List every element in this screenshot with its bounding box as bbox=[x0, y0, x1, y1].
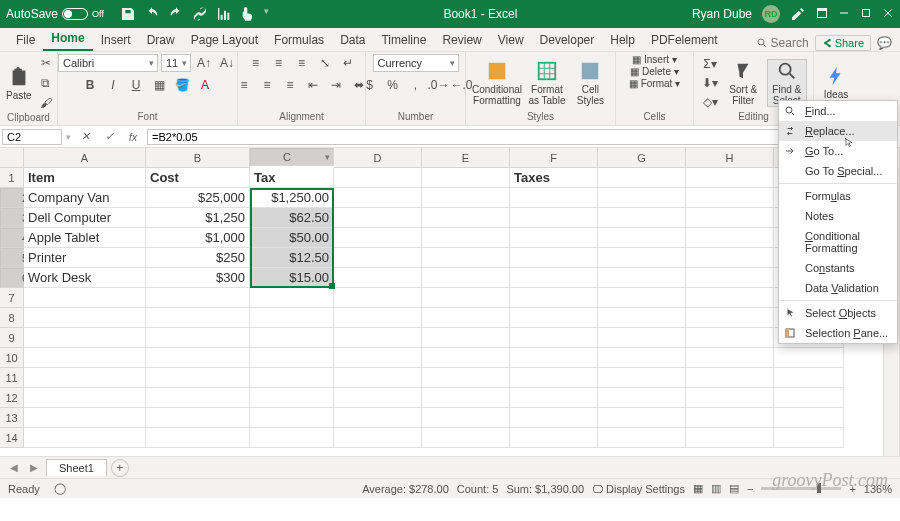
cell[interactable] bbox=[24, 308, 146, 328]
cell[interactable] bbox=[598, 408, 686, 428]
cell[interactable] bbox=[686, 368, 774, 388]
row-head[interactable]: 12 bbox=[0, 388, 24, 408]
cell[interactable] bbox=[250, 328, 334, 348]
cell[interactable] bbox=[334, 188, 422, 208]
orientation-icon[interactable]: ⤡ bbox=[315, 54, 335, 72]
cell[interactable] bbox=[422, 188, 510, 208]
cell[interactable] bbox=[334, 388, 422, 408]
conditional-formatting-button[interactable]: Conditional Formatting bbox=[472, 60, 522, 106]
cell[interactable] bbox=[334, 308, 422, 328]
cell[interactable] bbox=[422, 348, 510, 368]
indent-dec-icon[interactable]: ⇤ bbox=[303, 76, 323, 94]
border-icon[interactable]: ▦ bbox=[149, 76, 169, 94]
cell[interactable] bbox=[250, 428, 334, 448]
row-head[interactable]: 7 bbox=[0, 288, 24, 308]
col-head-b[interactable]: B bbox=[146, 148, 250, 168]
cell[interactable] bbox=[598, 328, 686, 348]
decrease-font-icon[interactable]: A↓ bbox=[217, 54, 237, 72]
cut-icon[interactable]: ✂ bbox=[36, 54, 56, 72]
menu-notes[interactable]: Notes bbox=[779, 206, 897, 226]
number-format-select[interactable]: Currency bbox=[373, 54, 459, 72]
cell[interactable] bbox=[24, 348, 146, 368]
menu-review[interactable]: Review bbox=[434, 29, 489, 51]
cell[interactable] bbox=[598, 228, 686, 248]
row-head[interactable]: 9 bbox=[0, 328, 24, 348]
ideas-button[interactable]: Ideas bbox=[820, 65, 852, 100]
menu-goto[interactable]: Go To... bbox=[779, 141, 897, 161]
col-head-d[interactable]: D bbox=[334, 148, 422, 168]
cell[interactable] bbox=[146, 328, 250, 348]
minimize-icon[interactable] bbox=[838, 7, 850, 22]
zoom-in-icon[interactable]: + bbox=[849, 483, 855, 495]
clear-icon[interactable]: ◇▾ bbox=[700, 93, 720, 111]
share-button[interactable]: Share bbox=[815, 35, 871, 51]
col-head-c[interactable]: C bbox=[250, 148, 334, 166]
cell[interactable] bbox=[686, 308, 774, 328]
menu-formulas[interactable]: Formulas bbox=[779, 186, 897, 206]
display-settings-button[interactable]: 🖵 Display Settings bbox=[592, 483, 685, 495]
cell[interactable] bbox=[422, 248, 510, 268]
cell[interactable] bbox=[774, 348, 844, 368]
redo-icon[interactable] bbox=[168, 6, 184, 22]
cell[interactable] bbox=[146, 288, 250, 308]
cell[interactable] bbox=[422, 408, 510, 428]
cell[interactable] bbox=[422, 208, 510, 228]
cell[interactable] bbox=[250, 308, 334, 328]
menu-goto-special[interactable]: Go To Special... bbox=[779, 161, 897, 181]
menu-insert[interactable]: Insert bbox=[93, 29, 139, 51]
menu-selection-pane[interactable]: Selection Pane... bbox=[779, 323, 897, 343]
menu-timeline[interactable]: Timeline bbox=[373, 29, 434, 51]
indent-inc-icon[interactable]: ⇥ bbox=[326, 76, 346, 94]
increase-font-icon[interactable]: A↑ bbox=[194, 54, 214, 72]
cell[interactable] bbox=[598, 308, 686, 328]
cell[interactable] bbox=[510, 208, 598, 228]
underline-button[interactable]: U bbox=[126, 76, 146, 94]
cell[interactable] bbox=[24, 428, 146, 448]
view-layout-icon[interactable]: ▥ bbox=[711, 482, 721, 495]
tab-nav-left-icon[interactable]: ◀ bbox=[6, 462, 22, 473]
row-head[interactable]: 11 bbox=[0, 368, 24, 388]
cell[interactable] bbox=[510, 428, 598, 448]
cell[interactable] bbox=[334, 248, 422, 268]
record-macro-icon[interactable]: ◯ bbox=[54, 482, 66, 495]
cell[interactable] bbox=[334, 328, 422, 348]
cell[interactable] bbox=[24, 408, 146, 428]
row-head[interactable]: 8 bbox=[0, 308, 24, 328]
cell[interactable] bbox=[334, 228, 422, 248]
cell[interactable] bbox=[24, 328, 146, 348]
cell[interactable] bbox=[598, 428, 686, 448]
cell[interactable] bbox=[334, 368, 422, 388]
copy-icon[interactable]: ⧉ bbox=[36, 74, 56, 92]
link-icon[interactable] bbox=[192, 6, 208, 22]
cell[interactable] bbox=[334, 348, 422, 368]
percent-icon[interactable]: % bbox=[383, 76, 403, 94]
cell[interactable] bbox=[686, 288, 774, 308]
autosave-toggle[interactable]: AutoSave Off bbox=[6, 7, 104, 21]
cell[interactable]: $25,000 bbox=[146, 188, 250, 208]
cell[interactable] bbox=[510, 368, 598, 388]
cell[interactable]: Company Van bbox=[24, 188, 146, 208]
row-head[interactable]: 10 bbox=[0, 348, 24, 368]
cell[interactable]: $15.00 bbox=[250, 268, 334, 288]
cell[interactable] bbox=[686, 228, 774, 248]
cancel-fx-icon[interactable]: ✕ bbox=[73, 130, 97, 143]
accounting-icon[interactable]: $ bbox=[360, 76, 380, 94]
cell[interactable] bbox=[510, 408, 598, 428]
cell[interactable] bbox=[24, 368, 146, 388]
menu-home[interactable]: Home bbox=[43, 27, 92, 51]
row-head[interactable]: 14 bbox=[0, 428, 24, 448]
cell[interactable]: $1,000 bbox=[146, 228, 250, 248]
cell[interactable] bbox=[774, 388, 844, 408]
cell[interactable]: Taxes bbox=[510, 168, 598, 188]
cell[interactable]: Printer bbox=[24, 248, 146, 268]
menu-find[interactable]: Find... bbox=[779, 101, 897, 121]
cell[interactable] bbox=[686, 268, 774, 288]
format-as-table-button[interactable]: Format as Table bbox=[526, 60, 568, 106]
menu-page-layout[interactable]: Page Layout bbox=[183, 29, 266, 51]
cell[interactable] bbox=[422, 428, 510, 448]
namebox-dd-icon[interactable]: ▾ bbox=[64, 132, 73, 142]
cell[interactable] bbox=[146, 428, 250, 448]
format-painter-icon[interactable]: 🖌 bbox=[36, 94, 56, 112]
cell[interactable] bbox=[250, 408, 334, 428]
cell[interactable] bbox=[510, 328, 598, 348]
